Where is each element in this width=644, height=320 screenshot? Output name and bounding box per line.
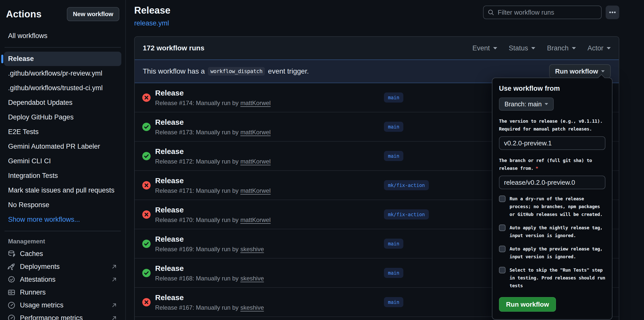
sidebar-item-all-workflows[interactable]: All workflows [4, 29, 121, 43]
filter-runs-input[interactable] [498, 9, 597, 16]
sidebar-item-integration-tests[interactable]: Integration Tests [4, 169, 121, 183]
branch-badge[interactable]: main [384, 297, 403, 307]
show-more-workflows-link[interactable]: Show more workflows... [4, 212, 121, 227]
run-workflow-submit-button[interactable]: Run workflow [499, 297, 556, 312]
nightly-tag-checkbox[interactable] [499, 225, 506, 231]
run-subtitle: Release #174: Manually run bymattKorwel [155, 100, 271, 107]
version-field: The version to release (e.g., v0.1.11). … [499, 117, 605, 150]
run-title-link[interactable]: Release [155, 89, 271, 97]
popover-title: Use workflow from [499, 85, 605, 92]
filter-event[interactable]: Event [472, 44, 497, 52]
sidebar-item-deploy-github-pages[interactable]: Deploy GitHub Pages [4, 110, 121, 124]
header-controls [483, 6, 619, 19]
sidebar-item-performance-metrics[interactable]: Performance metrics [4, 312, 121, 320]
workflow-file-link[interactable]: release.yml [134, 19, 169, 27]
dry-run-checkbox[interactable] [499, 196, 506, 202]
management-section-header: Management [4, 235, 121, 247]
sidebar-item-label: Runners [20, 289, 46, 296]
sidebar-item-trusted-ci[interactable]: .github/workflows/trusted-ci.yml [4, 81, 121, 95]
actor-link[interactable]: mattKorwel [240, 100, 271, 106]
filter-status[interactable]: Status [509, 44, 536, 52]
actor-link[interactable]: skeshive [240, 275, 264, 282]
external-link-icon [111, 315, 117, 320]
run-title-link[interactable]: Release [155, 176, 271, 185]
new-workflow-button[interactable]: New workflow [67, 7, 119, 21]
success-status-icon [142, 240, 151, 248]
skip-tests-checkbox[interactable] [499, 267, 506, 273]
version-input[interactable] [499, 136, 605, 150]
chevron-down-icon [607, 47, 611, 49]
external-link-icon [111, 264, 117, 270]
meter-icon [8, 314, 15, 320]
runs-filters: Event Status Branch Actor [472, 44, 611, 52]
nightly-tag-option: Auto apply the nightly release tag, inpu… [499, 224, 605, 239]
sidebar-item-gemini-cli-ci[interactable]: Gemini CLI CI [4, 154, 121, 168]
run-subtitle: Release #172: Manually run bymattKorwel [155, 158, 271, 165]
filter-actor[interactable]: Actor [587, 44, 611, 52]
run-title-link[interactable]: Release [155, 206, 271, 214]
version-field-label: The version to release (e.g., v0.1.11). … [499, 117, 605, 133]
sidebar-item-dependabot-updates[interactable]: Dependabot Updates [4, 95, 121, 110]
run-title-link[interactable]: Release [155, 147, 271, 156]
branch-ref-field: The branch or ref (full git sha) to rele… [499, 156, 605, 189]
branch-badge[interactable]: mk/fix-action [384, 209, 429, 219]
run-title-link[interactable]: Release [155, 235, 264, 243]
page-kebab-button[interactable] [606, 6, 619, 19]
branch-badge[interactable]: main [384, 268, 403, 278]
branch-ref-input[interactable] [499, 176, 605, 189]
branch-selector-button[interactable]: Branch: main [499, 98, 554, 111]
success-status-icon [142, 123, 151, 131]
run-subtitle: Release #170: Manually run bymattKorwel [155, 216, 271, 223]
sidebar-item-release[interactable]: Release [4, 52, 121, 66]
run-subtitle: Release #168: Manually run byskeshive [155, 275, 264, 282]
actions-sidebar: Actions New workflow All workflows Relea… [0, 0, 126, 320]
actor-link[interactable]: skeshive [240, 304, 264, 311]
rocket-icon [8, 263, 15, 271]
sidebar-item-gemini-pr-labeler[interactable]: Gemini Automated PR Labeler [4, 139, 121, 154]
workflow-dispatch-code: workflow_dispatch [208, 67, 265, 76]
branch-badge[interactable]: mk/fix-action [384, 180, 429, 190]
meter-icon [8, 301, 15, 309]
kebab-horizontal-icon [609, 9, 616, 16]
sidebar-item-label: Deployments [20, 263, 60, 271]
server-icon [8, 289, 15, 296]
run-title-link[interactable]: Release [155, 293, 264, 302]
sidebar-item-attestations[interactable]: Attestations [4, 273, 121, 286]
branch-badge[interactable]: main [384, 92, 403, 103]
filter-branch[interactable]: Branch [547, 44, 576, 52]
main-header: Release release.yml [134, 5, 619, 27]
actor-link[interactable]: mattKorwel [240, 187, 271, 194]
actor-link[interactable]: mattKorwel [240, 158, 271, 165]
sidebar-item-deployments[interactable]: Deployments [4, 260, 121, 273]
sidebar-item-e2e-tests[interactable]: E2E Tests [4, 125, 121, 139]
branch-badge[interactable]: main [384, 122, 403, 132]
preview-tag-option: Auto apply the preview release tag, inpu… [499, 245, 605, 261]
actor-link[interactable]: skeshive [240, 246, 264, 252]
sidebar-item-runners[interactable]: Runners [4, 286, 121, 299]
sidebar-item-caches[interactable]: Caches [4, 247, 121, 260]
failure-status-icon [142, 181, 151, 189]
preview-tag-checkbox[interactable] [499, 246, 506, 252]
branch-badge[interactable]: main [384, 239, 403, 249]
sidebar-item-no-response[interactable]: No Response [4, 198, 121, 212]
failure-status-icon [142, 298, 151, 306]
sidebar-item-usage-metrics[interactable]: Usage metrics [4, 299, 121, 312]
preview-tag-label: Auto apply the preview release tag, inpu… [510, 245, 605, 261]
sidebar-item-mark-stale[interactable]: Mark stale issues and pull requests [4, 183, 121, 198]
branch-badge[interactable]: main [384, 151, 403, 161]
dry-run-option: Run a dry-run of the release process; no… [499, 195, 605, 218]
workflow-list: Release .github/workflows/pr-review.yml … [4, 52, 121, 227]
run-title-link[interactable]: Release [155, 264, 264, 273]
skip-tests-option: Select to skip the "Run Tests" step in t… [499, 266, 605, 290]
branch-ref-field-label: The branch or ref (full git sha) to rele… [499, 156, 605, 172]
skip-tests-label: Select to skip the "Run Tests" step in t… [510, 266, 605, 290]
actor-link[interactable]: mattKorwel [240, 129, 271, 136]
chevron-down-icon [545, 103, 548, 105]
actor-link[interactable]: mattKorwel [240, 216, 271, 223]
sidebar-divider [5, 231, 121, 231]
sidebar-item-pr-review[interactable]: .github/workflows/pr-review.yml [4, 66, 121, 81]
run-title-link[interactable]: Release [155, 118, 271, 126]
chevron-down-icon [493, 47, 497, 49]
sidebar-header: Actions New workflow [4, 6, 121, 23]
sidebar-item-label: Performance metrics [20, 314, 83, 320]
